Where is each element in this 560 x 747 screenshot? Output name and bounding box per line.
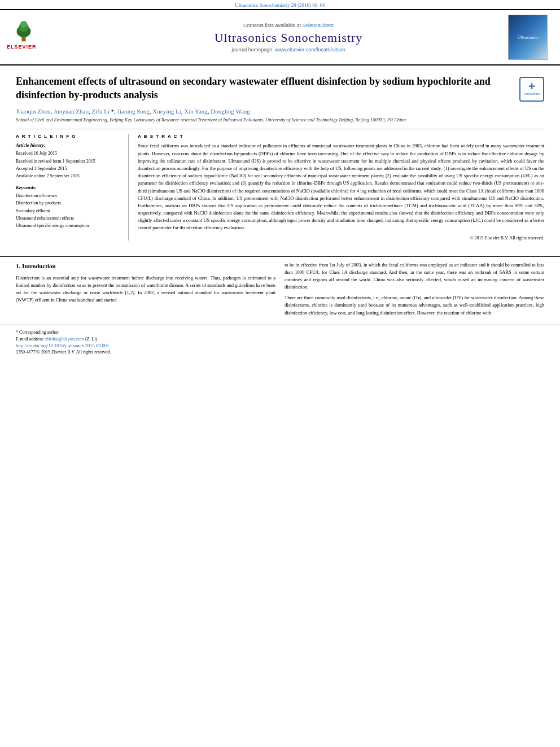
body-col-left: 1. Introduction Disinfection is an essen… — [16, 261, 275, 320]
abstract-text: Since fecal coliforms was introduced as … — [138, 142, 544, 231]
homepage-url[interactable]: www.elsevier.com/locate/ultson — [275, 47, 345, 53]
authors-line: Xiaoqin Zhou, Junyuan Zhao, Zifu Li *, J… — [16, 108, 544, 115]
sciencedirect-line: Contents lists available at ScienceDirec… — [69, 23, 508, 28]
crossmark-icon: ✛ — [528, 83, 535, 91]
body-content: 1. Introduction Disinfection is an essen… — [0, 261, 560, 320]
doi-link[interactable]: http://dx.doi.org/10.1016/j.ultsonch.201… — [16, 343, 109, 348]
keyword-5: Ultrasound specific energy consumption — [16, 222, 121, 229]
svg-point-3 — [20, 21, 27, 28]
article-history: Article history: Received 16 July 2015 R… — [16, 142, 121, 179]
email-prefix: E-mail address: — [16, 337, 45, 342]
footer-copyright: 1350-4177/© 2015 Elsevier B.V. All right… — [16, 350, 544, 355]
accepted-date: Accepted 1 September 2015 — [16, 165, 121, 172]
journal-title-block: Contents lists available at ScienceDirec… — [69, 23, 508, 53]
corresponding-label: * Corresponding author. — [16, 330, 60, 335]
svg-point-4 — [23, 37, 25, 40]
page: Ultrasonics Sonochemistry 29 (2016) 60–6… — [0, 0, 560, 747]
intro-para-right-2: There are three commonly used disinfecta… — [285, 294, 544, 317]
intro-para-right-1: to be in effective from 1st July of 2003… — [285, 261, 544, 291]
journal-cover-block: Ultrasonics — [508, 15, 553, 60]
history-heading: Article history: — [16, 142, 121, 148]
section-divider — [0, 256, 560, 257]
author-xiaoqin[interactable]: Xiaoqin Zhou — [16, 108, 50, 115]
article-info-label: A R T I C L E I N F O — [16, 134, 121, 139]
abstract-label: A B S T R A C T — [138, 134, 544, 139]
article-content: Enhancement effects of ultrasound on sec… — [0, 65, 560, 252]
available-online-date: Available online 2 September 2015 — [16, 173, 121, 179]
sciencedirect-prefix: Contents lists available at — [243, 23, 303, 28]
author-zifu[interactable]: Zifu Li — [91, 108, 109, 115]
abstract-copyright: © 2015 Elsevier B.V. All rights reserved… — [138, 235, 544, 241]
sciencedirect-link[interactable]: ScienceDirect — [303, 23, 334, 28]
crossmark-label: CrossMark — [523, 92, 540, 95]
keyword-4: Ultrasound enhancement effects — [16, 215, 121, 221]
footer-area: * Corresponding author. E-mail address: … — [0, 325, 560, 355]
crossmark-badge[interactable]: ✛ CrossMark — [519, 77, 544, 102]
intro-heading: 1. Introduction — [16, 261, 275, 271]
author-junyuan[interactable]: Junyuan Zhao — [54, 108, 89, 115]
intro-para-left: Disinfection is an essential step for wa… — [16, 274, 275, 304]
article-title: Enhancement effects of ultrasound on sec… — [16, 75, 514, 102]
cover-label: Ultrasonics — [517, 35, 538, 40]
author-email-link[interactable]: zifulee@aliyun.com — [45, 336, 84, 342]
elsevier-logo-block: ELSEVIER — [7, 20, 69, 54]
journal-homepage-line: journal homepage: www.elsevier.com/locat… — [69, 47, 508, 53]
author-jianing[interactable]: Jianing Song — [117, 108, 150, 115]
author-dongling[interactable]: Dongling Wang — [211, 108, 250, 115]
journal-title: Ultrasonics Sonochemistry — [69, 30, 508, 45]
elsevier-tree-icon — [7, 20, 41, 43]
author-xin[interactable]: Xin Yang — [184, 108, 208, 115]
keywords-heading: Keywords: — [16, 185, 121, 190]
journal-cover-image: Ultrasonics — [508, 15, 548, 60]
keyword-2: Disinfection by-products — [16, 200, 121, 206]
body-col-right: to be in effective from 1st July of 2003… — [285, 261, 544, 320]
journal-header: ELSEVIER Contents lists available at Sci… — [0, 9, 560, 65]
journal-issue-ref: Ultrasonics Sonochemistry 29 (2016) 60–6… — [235, 2, 325, 8]
keyword-3: Secondary effluent — [16, 208, 121, 214]
article-title-block: Enhancement effects of ultrasound on sec… — [16, 75, 544, 102]
corresponding-note: * Corresponding author. — [16, 330, 544, 335]
abstract-col: A B S T R A C T Since fecal coliforms wa… — [138, 134, 544, 240]
elsevier-wordmark: ELSEVIER — [7, 44, 37, 50]
author-xueying[interactable]: Xueying Li — [152, 108, 181, 115]
doi-line: http://dx.doi.org/10.1016/j.ultsonch.201… — [16, 343, 544, 348]
keywords-section: Keywords: Disinfection efficiency Disinf… — [16, 185, 121, 229]
info-abstract-block: A R T I C L E I N F O Article history: R… — [16, 129, 544, 240]
keyword-1: Disinfection efficiency — [16, 193, 121, 199]
affiliation: School of Civil and Environmental Engine… — [16, 117, 544, 124]
homepage-prefix: journal homepage: — [231, 47, 275, 53]
journal-banner: Ultrasonics Sonochemistry 29 (2016) 60–6… — [0, 0, 560, 9]
email-suffix: (Z. Li). — [84, 337, 98, 342]
received-date: Received 16 July 2015 — [16, 150, 121, 156]
received-revised-date: Received in revised form 1 September 201… — [16, 158, 121, 164]
email-line: E-mail address: zifulee@aliyun.com (Z. L… — [16, 336, 544, 342]
article-info-col: A R T I C L E I N F O Article history: R… — [16, 134, 129, 240]
elsevier-logo: ELSEVIER — [7, 20, 58, 54]
